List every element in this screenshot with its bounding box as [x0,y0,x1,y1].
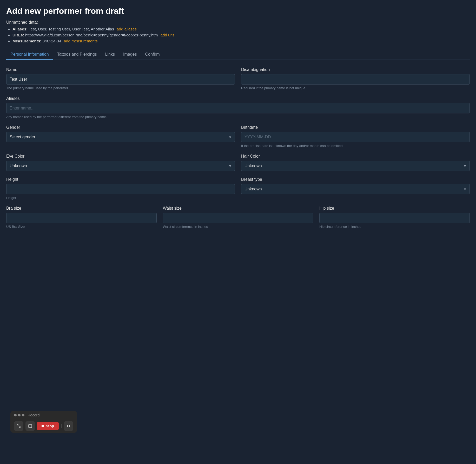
breast-type-select-wrapper: Unknown Natural Fake N/A ▼ [241,184,470,194]
eye-color-select[interactable]: Unknown Blue Brown Green Gray Hazel [6,161,235,171]
tab-links[interactable]: Links [101,49,119,60]
eye-color-label: Eye Color [6,154,235,159]
tab-confirm[interactable]: Confirm [141,49,164,60]
name-hint: The primary name used by the performer. [6,86,235,90]
unmatched-section: Unmatched data: Aliases: Test, User, Tes… [6,20,470,43]
breast-type-select[interactable]: Unknown Natural Fake N/A [241,184,470,194]
height-label: Height [6,177,235,182]
unmatched-title: Unmatched data: [6,20,470,25]
birthdate-hint: If the precise date is unknown the day a… [241,144,470,148]
waist-size-label: Waist size [163,206,313,211]
recording-label: Record [28,413,39,417]
stop-icon [42,425,44,427]
disambiguation-group: Disambiguation Required if the primary n… [241,67,470,90]
birthdate-label: Birthdate [241,125,470,130]
aliases-label: Aliases [6,96,470,101]
recording-dots [14,414,24,416]
recording-top-bar: Record [10,411,77,419]
recording-widget: Record Stop | [10,411,77,433]
unmatched-item-aliases: Aliases: Test, User, Testing User, User … [12,27,470,31]
birthdate-group: Birthdate If the precise date is unknown… [241,125,470,148]
hip-size-hint: Hip circumference in inches [319,225,470,229]
window-button[interactable] [25,421,35,431]
name-label: Name [6,67,235,72]
breast-type-label: Breast type [241,177,470,182]
personal-information-form: Name The primary name used by the perfor… [6,67,470,229]
aliases-key: Aliases: [12,27,28,31]
expand-button[interactable] [14,421,23,431]
page-title: Add new performer from draft [6,6,470,16]
eye-color-group: Eye Color Unknown Blue Brown Green Gray … [6,154,235,171]
add-urls-link[interactable]: add urls [161,33,175,37]
add-aliases-link[interactable]: add aliases [117,27,137,31]
unmatched-item-urls: URLs: https://www.iafd.com/person.rme/pe… [12,33,470,37]
bra-size-group: Bra size US Bra Size [6,206,157,229]
hip-size-input[interactable] [319,213,470,223]
bra-size-label: Bra size [6,206,157,211]
tab-personal-information[interactable]: Personal Information [6,49,53,60]
height-group: Height Height [6,177,235,200]
waist-size-group: Waist size Waist circumference in inches [163,206,313,229]
bra-size-hint: US Bra Size [6,225,157,229]
aliases-group: Aliases Any names used by the performer … [6,96,470,119]
divider: | [61,424,62,428]
urls-key: URLs: [12,33,24,37]
svg-rect-2 [69,425,70,427]
eye-color-select-wrapper: Unknown Blue Brown Green Gray Hazel ▼ [6,161,235,171]
bra-size-input[interactable] [6,213,157,223]
measurements-value: 34C-24-34 [43,39,61,43]
name-input[interactable] [6,74,235,85]
hair-color-select-wrapper: Unknown Black Brown Blonde Red Auburn ▼ [241,161,470,171]
stop-button[interactable]: Stop [37,422,59,430]
gender-group: Gender Select gender... Male Female Tran… [6,125,235,148]
aliases-input[interactable] [6,103,470,113]
window-icon [28,424,32,428]
waist-size-input[interactable] [163,213,313,223]
urls-value: https://www.iafd.com/person.rme/perfid=c… [25,33,158,37]
tab-tattoos-piercings[interactable]: Tattoos and Piercings [53,49,101,60]
gender-select-wrapper: Select gender... Male Female Transgender… [6,132,235,142]
dot-3 [22,414,24,416]
aliases-hint: Any names used by the performer differen… [6,115,470,119]
hair-color-label: Hair Color [241,154,470,159]
unmatched-list: Aliases: Test, User, Testing User, User … [6,27,470,43]
breast-type-group: Breast type Unknown Natural Fake N/A ▼ [241,177,470,200]
hip-size-group: Hip size Hip circumference in inches [319,206,470,229]
hair-color-group: Hair Color Unknown Black Brown Blonde Re… [241,154,470,171]
gender-select[interactable]: Select gender... Male Female Transgender… [6,132,235,142]
hair-color-select[interactable]: Unknown Black Brown Blonde Red Auburn [241,161,470,171]
expand-icon [17,424,21,428]
svg-rect-0 [29,424,32,428]
disambiguation-label: Disambiguation [241,67,470,72]
waist-size-hint: Waist circumference in inches [163,225,313,229]
dot-2 [18,414,21,416]
height-hint: Height [6,196,235,200]
tab-images[interactable]: Images [119,49,141,60]
dot-1 [14,414,17,416]
unmatched-item-measurements: Measurements: 34C-24-34 add measurements [12,39,470,43]
name-group: Name The primary name used by the perfor… [6,67,235,90]
birthdate-input[interactable] [241,132,470,142]
disambiguation-input[interactable] [241,74,470,85]
tab-bar: Personal Information Tattoos and Piercin… [6,49,470,60]
recording-controls: Stop | [10,419,77,433]
hip-size-label: Hip size [319,206,470,211]
disambiguation-hint: Required if the primary name is not uniq… [241,86,470,90]
stop-label: Stop [46,424,54,428]
gender-label: Gender [6,125,235,130]
pause-button[interactable] [64,421,73,431]
aliases-value: Test, User, Testing User, User Test, Ano… [29,27,114,31]
height-input[interactable] [6,184,235,194]
add-measurements-link[interactable]: add measurements [64,39,98,43]
pause-icon [67,424,70,428]
measurements-key: Measurements: [12,39,41,43]
svg-rect-1 [67,425,68,427]
